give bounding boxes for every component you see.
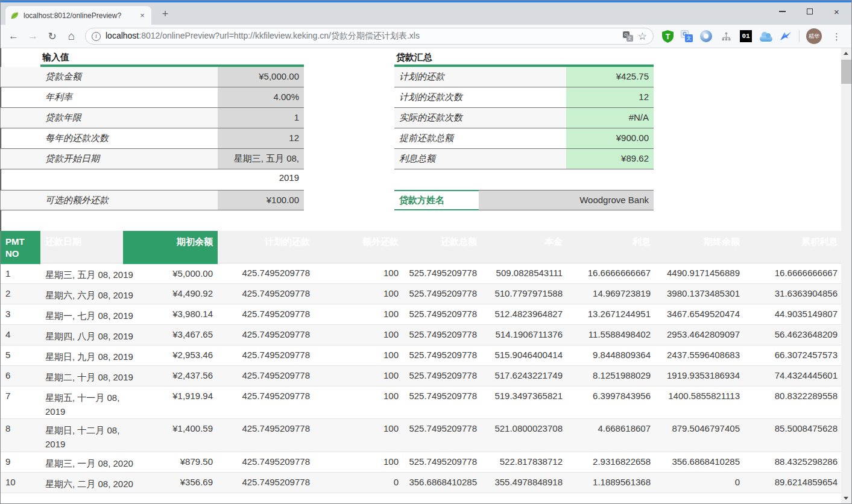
bookmark-star-icon[interactable]: ☆: [638, 31, 647, 42]
input-label: 贷款金额: [40, 67, 218, 87]
tab-title: localhost:8012/onlinePreview?: [24, 11, 133, 20]
scrollbar-thumb[interactable]: [841, 60, 851, 84]
loan-summary-table: 计划的还款¥425.75计划的还款次数12实际的还款次数#N/A提前还款总额¥9…: [394, 67, 654, 169]
schedule-cell: 509.0828543111: [482, 263, 567, 283]
schedule-cell: 14.969723819: [567, 283, 655, 304]
summary-value: #N/A: [566, 108, 654, 128]
input-value: 1: [218, 108, 304, 128]
scroll-up-arrow[interactable]: [841, 48, 851, 58]
schedule-cell: 4.668618607: [567, 419, 655, 452]
summary-value: 12: [566, 87, 654, 107]
summary-value: ¥89.62: [566, 149, 654, 169]
ring-extension-icon[interactable]: [699, 29, 713, 43]
lender-row: 贷款方姓名 Woodgrove Bank: [394, 190, 654, 210]
summary-row: 利息总额¥89.62: [394, 149, 654, 169]
schedule-row: 8星期日, 十二月 08, 2019¥1,400.59425.749520977…: [1, 419, 842, 452]
schedule-cell: 2437.5596408683: [655, 345, 745, 365]
schedule-cell: 星期六, 二月 08, 2020: [40, 472, 123, 493]
schedule-cell: ¥1,400.59: [123, 419, 218, 452]
browser-tab[interactable]: localhost:8012/onlinePreview? ×: [5, 6, 151, 25]
schedule-cell: ¥1,919.94: [123, 386, 218, 419]
svg-text:T: T: [665, 32, 670, 40]
input-row: 每年的还款次数12: [1, 128, 304, 149]
schedule-cell: 522.817838712: [482, 452, 567, 472]
cloud-glyph: [760, 34, 772, 42]
address-bar[interactable]: i localhost:8012/onlinePreview?url=http:…: [85, 28, 654, 45]
close-icon: ×: [834, 7, 839, 16]
tab-strip: localhost:8012/onlinePreview? × + ×: [1, 2, 851, 25]
scroll-down-arrow[interactable]: [841, 493, 851, 503]
summary-label: 计划的还款次数: [394, 87, 566, 107]
input-value: 12: [218, 128, 304, 148]
schedule-cell: 100: [315, 283, 403, 304]
schedule-cell: 星期日, 十二月 08, 2019: [40, 419, 123, 452]
profile-avatar[interactable]: 精华: [806, 28, 822, 44]
summary-value: ¥425.75: [566, 67, 654, 87]
refresh-button[interactable]: ↻: [43, 28, 61, 45]
translate-page-icon[interactable]: G 文: [623, 31, 633, 42]
vertical-scrollbar[interactable]: [841, 48, 851, 503]
schedule-cell: 517.6243221749: [482, 365, 567, 386]
schedule-cell: 9: [1, 452, 40, 472]
schedule-cell: 510.7797971588: [482, 283, 567, 304]
minimize-button[interactable]: [769, 2, 796, 20]
extra-payment-label: 可选的额外还款: [40, 191, 218, 210]
translate-extension-icon[interactable]: G 文: [681, 30, 693, 42]
back-button[interactable]: ←: [5, 28, 22, 45]
schedule-cell: 514.1906711376: [482, 324, 567, 345]
schedule-cell: 2.9316822658: [567, 452, 655, 472]
summary-row: 提前还款总额¥900.00: [394, 128, 654, 149]
schedule-cell: 425.7495209778: [218, 472, 315, 493]
input-label: 年利率: [40, 87, 218, 107]
schedule-cell: ¥2,953.46: [123, 345, 218, 365]
01-extension-icon[interactable]: 01: [739, 29, 753, 43]
home-button[interactable]: ⌂: [63, 28, 80, 45]
schedule-cell: 31.6363904856: [745, 283, 842, 304]
close-button[interactable]: ×: [823, 2, 850, 20]
column-header: 还款总额: [403, 231, 482, 263]
maximize-button[interactable]: [796, 2, 823, 20]
up-triangle-icon: [844, 52, 848, 55]
browser-window: localhost:8012/onlinePreview? × + × ← → …: [0, 0, 852, 504]
page-info-icon[interactable]: i: [92, 32, 101, 41]
shield-extension-icon[interactable]: T: [661, 29, 674, 43]
schedule-cell: 425.7495209778: [218, 365, 315, 386]
01-badge: 01: [740, 30, 752, 42]
tab-close-icon[interactable]: ×: [137, 11, 147, 20]
cloud-extension-icon[interactable]: [759, 29, 772, 43]
forward-button[interactable]: →: [24, 28, 42, 45]
schedule-cell: 1400.5855821113: [655, 386, 745, 419]
row-gutter: [1, 108, 40, 128]
schedule-cell: 100: [315, 386, 403, 419]
summary-value: ¥900.00: [566, 128, 654, 148]
schedule-cell: 80.8322289558: [745, 386, 842, 419]
input-row: 贷款年限1: [1, 108, 304, 128]
input-value: 星期三, 五月 08, 2019: [218, 149, 304, 169]
schedule-cell: 星期四, 八月 08, 2019: [40, 324, 123, 345]
translate-wen: 文: [685, 34, 693, 42]
schedule-cell: 9.8448809364: [567, 345, 655, 365]
schedule-row: 5星期日, 九月 08, 2019¥2,953.46425.7495209778…: [1, 345, 842, 365]
browser-menu-icon[interactable]: ⋮: [828, 32, 845, 41]
summary-row: 实际的还款次数#N/A: [394, 108, 654, 128]
back-icon: ←: [8, 30, 19, 42]
lender-name-label: 贷款方姓名: [394, 190, 479, 210]
schedule-cell: 525.7495209778: [403, 283, 482, 304]
column-header: 期终余额: [655, 231, 745, 263]
schedule-cell: 425.7495209778: [218, 263, 315, 283]
url-text[interactable]: localhost:8012/onlinePreview?url=http://…: [106, 31, 618, 42]
bird-extension-icon[interactable]: [779, 29, 792, 43]
new-tab-button[interactable]: +: [157, 7, 173, 22]
schedule-cell: 74.4324445601: [745, 365, 842, 386]
schedule-cell: 0: [315, 472, 403, 493]
column-header: 累积利息: [745, 231, 842, 263]
schedule-cell: 879.5046797405: [655, 419, 745, 452]
schedule-cell: 星期三, 五月 08, 2019: [40, 263, 123, 283]
column-header: 还款日期: [40, 231, 123, 263]
extra-payment-value: ¥100.00: [218, 191, 304, 210]
schedule-cell: 0: [655, 472, 745, 493]
schedule-cell: 425.7495209778: [218, 345, 315, 365]
sitemap-extension-icon[interactable]: [719, 29, 733, 43]
schedule-cell: 100: [315, 263, 403, 283]
schedule-cell: 88.4325298286: [745, 452, 842, 472]
